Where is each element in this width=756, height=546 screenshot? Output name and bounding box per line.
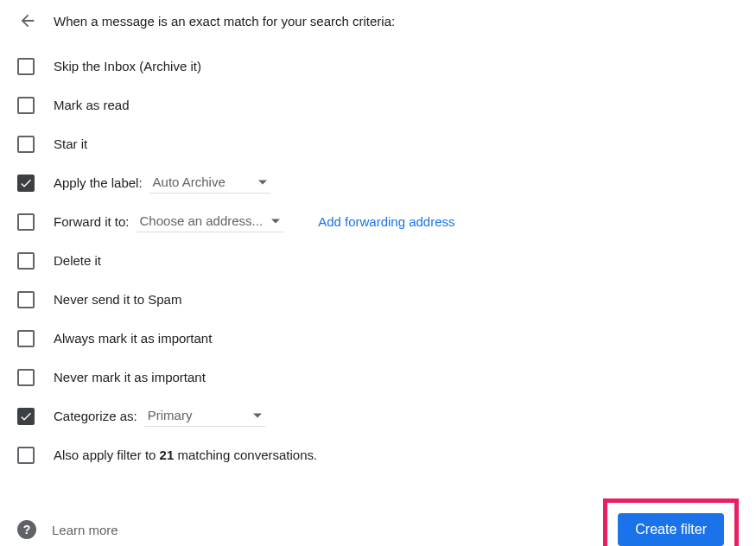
also-apply-label: Also apply filter to 21 matching convers… [54, 448, 317, 462]
never-spam-checkbox[interactable] [17, 291, 35, 308]
categorize-dropdown[interactable]: Primary [144, 406, 265, 427]
apply-label-label: Apply the label: [54, 175, 143, 190]
back-arrow-icon[interactable] [17, 10, 38, 31]
also-apply-count: 21 [160, 448, 175, 462]
categorize-checkbox[interactable] [17, 408, 35, 425]
chevron-down-icon [258, 181, 267, 185]
learn-more-link[interactable]: Learn more [52, 523, 118, 537]
star-it-label: Star it [54, 136, 87, 151]
mark-read-label: Mark as read [54, 98, 130, 112]
never-spam-label: Never send it to Spam [54, 292, 181, 307]
skip-inbox-checkbox[interactable] [17, 58, 35, 75]
categorize-dropdown-value: Primary [148, 408, 193, 422]
never-important-label: Never mark it as important [54, 370, 206, 384]
chevron-down-icon [271, 219, 280, 224]
skip-inbox-label: Skip the Inbox (Archive it) [54, 59, 201, 73]
apply-label-dropdown-value: Auto Archive [153, 175, 226, 189]
mark-read-checkbox[interactable] [17, 97, 35, 114]
always-important-label: Always mark it as important [54, 331, 212, 346]
forward-to-checkbox[interactable] [17, 213, 35, 231]
categorize-label: Categorize as: [54, 409, 137, 423]
apply-label-checkbox[interactable] [17, 175, 35, 192]
highlight-annotation: Create filter [603, 498, 739, 546]
help-icon[interactable]: ? [17, 520, 36, 539]
forward-to-label: Forward it to: [54, 214, 130, 229]
create-filter-button[interactable]: Create filter [618, 513, 724, 546]
star-it-checkbox[interactable] [17, 136, 35, 153]
also-apply-checkbox[interactable] [17, 447, 35, 464]
delete-it-label: Delete it [54, 253, 101, 268]
apply-label-dropdown[interactable]: Auto Archive [149, 173, 270, 194]
always-important-checkbox[interactable] [17, 330, 35, 347]
chevron-down-icon [253, 414, 262, 418]
also-apply-suffix: matching conversations. [174, 448, 317, 462]
delete-it-checkbox[interactable] [17, 252, 35, 270]
header-text: When a message is an exact match for you… [54, 14, 395, 29]
never-important-checkbox[interactable] [17, 369, 35, 386]
add-forwarding-link[interactable]: Add forwarding address [318, 214, 454, 229]
forward-to-dropdown-value: Choose an address... [140, 213, 264, 228]
forward-to-dropdown[interactable]: Choose an address... [137, 212, 284, 232]
also-apply-prefix: Also apply filter to [54, 448, 160, 462]
